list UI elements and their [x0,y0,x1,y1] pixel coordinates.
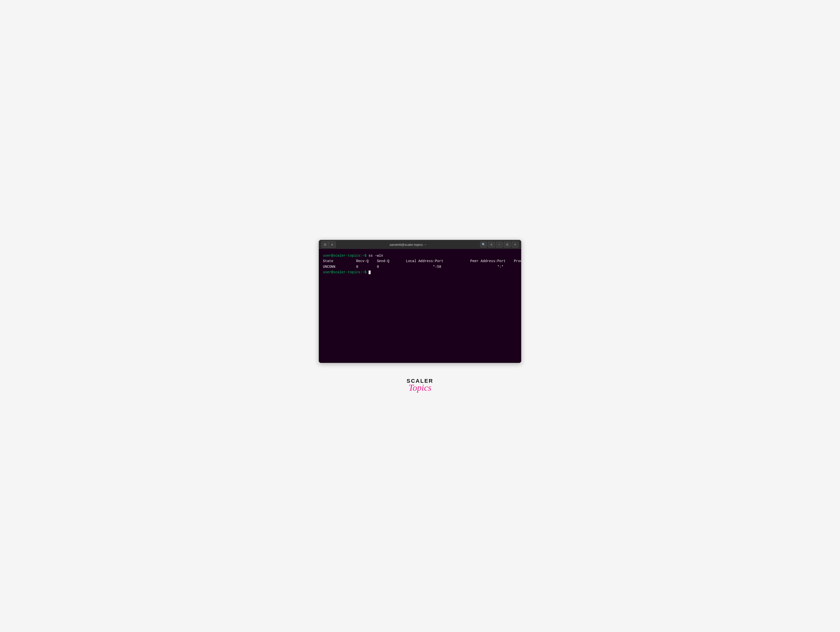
output-row-1: UNCONN 0 0 *:58 *:* [323,264,517,269]
logo-topics-text: Topics [409,383,432,392]
search-button[interactable]: 🔍 [480,242,487,247]
titlebar-btn-group[interactable]: ⊡ ∨ [321,241,336,248]
terminal-titlebar: ⊡ ∨ sanskriti@scaler-topics: ~ 🔍 ≡ − ⊙ × [319,240,521,249]
dropdown-button[interactable]: ∨ [328,242,335,247]
prompt-2: user@scaler-topics:~$ [323,270,369,274]
prompt-1: user@scaler-topics:~$ [323,254,369,258]
terminal-icon-button[interactable]: ⊡ [322,242,328,247]
window-controls: 🔍 ≡ − ⊙ × [480,242,519,247]
terminal-title: sanskriti@scaler-topics: ~ [336,243,480,247]
cursor [369,271,371,274]
command-line-2: user@scaler-topics:~$ [323,269,517,275]
command-line-1: user@scaler-topics:~$ ss -wln [323,253,517,258]
command-1: ss -wln [369,254,383,258]
output-header: State Recv-Q Send-Q Local Address:Port P… [323,258,517,264]
terminal-body[interactable]: user@scaler-topics:~$ ss -wln State Recv… [319,249,521,363]
terminal-window: ⊡ ∨ sanskriti@scaler-topics: ~ 🔍 ≡ − ⊙ ×… [319,240,521,363]
menu-button[interactable]: ≡ [488,242,495,247]
logo-container: SCALER Topics [407,378,433,392]
titlebar-left: ⊡ ∨ [321,241,336,248]
minimize-button[interactable]: − [496,242,503,247]
close-button[interactable]: × [512,242,519,247]
settings-button[interactable]: ⊙ [504,242,511,247]
